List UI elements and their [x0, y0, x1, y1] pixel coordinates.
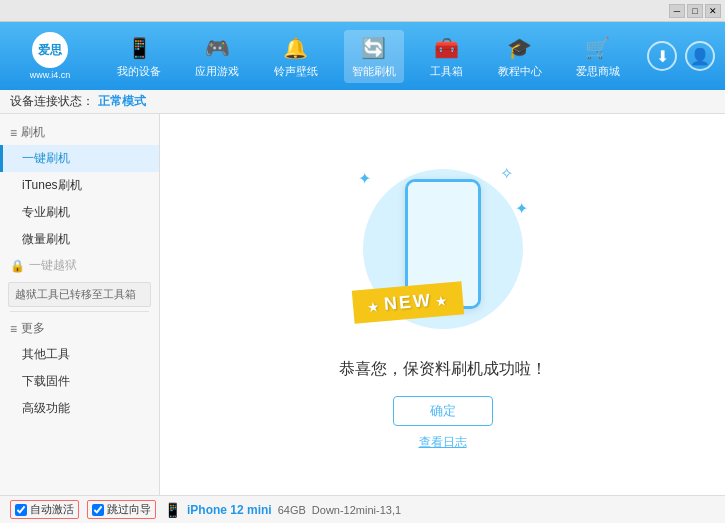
auto-start-label: 自动激活 — [30, 502, 74, 517]
flash-section-label: 刷机 — [21, 124, 45, 141]
main-area: ≡ 刷机 一键刷机 iTunes刷机 专业刷机 微量刷机 🔒 一键越狱 越狱工具… — [0, 114, 725, 495]
status-label: 设备连接状态： — [10, 93, 94, 110]
sidebar-divider — [10, 311, 149, 312]
nav-store-label: 爱思商城 — [576, 64, 620, 79]
more-section-label: 更多 — [21, 320, 45, 337]
toolbox-icon: 🧰 — [433, 34, 461, 62]
device-icon: 📱 — [164, 502, 181, 518]
logo-icon: 爱思 — [32, 32, 68, 68]
sidebar-section-jailbreak: 🔒 一键越狱 — [0, 253, 159, 278]
sidebar-item-pro-flash[interactable]: 专业刷机 — [0, 199, 159, 226]
nav-right: ⬇ 👤 — [647, 41, 715, 71]
nav-items: 📱 我的设备 🎮 应用游戏 🔔 铃声壁纸 🔄 智能刷机 🧰 工具箱 🎓 教程中心… — [100, 30, 637, 83]
header: 爱思 www.i4.cn 📱 我的设备 🎮 应用游戏 🔔 铃声壁纸 🔄 智能刷机… — [0, 22, 725, 90]
sidebar: ≡ 刷机 一键刷机 iTunes刷机 专业刷机 微量刷机 🔒 一键越狱 越狱工具… — [0, 114, 160, 495]
apps-games-icon: 🎮 — [203, 34, 231, 62]
nav-tutorials[interactable]: 🎓 教程中心 — [490, 30, 550, 83]
nav-smart-flash[interactable]: 🔄 智能刷机 — [344, 30, 404, 83]
nav-ringtones[interactable]: 🔔 铃声壁纸 — [266, 30, 326, 83]
sidebar-item-one-click-flash[interactable]: 一键刷机 — [0, 145, 159, 172]
sidebar-section-more: ≡ 更多 — [0, 316, 159, 341]
close-button[interactable]: ✕ — [705, 4, 721, 18]
bottom-bar: 自动激活 跳过向导 📱 iPhone 12 mini 64GB Down-12m… — [0, 495, 725, 523]
sidebar-item-itunes-flash[interactable]: iTunes刷机 — [0, 172, 159, 199]
goto-log-link[interactable]: 查看日志 — [419, 434, 467, 451]
store-icon: 🛒 — [584, 34, 612, 62]
sidebar-item-download-firmware[interactable]: 下载固件 — [0, 368, 159, 395]
phone-illustration: ✦ ✧ ✦ NEW — [343, 159, 543, 339]
sidebar-section-flash: ≡ 刷机 — [0, 120, 159, 145]
ringtones-icon: 🔔 — [282, 34, 310, 62]
more-section-icon: ≡ — [10, 322, 17, 336]
nav-my-device-label: 我的设备 — [117, 64, 161, 79]
nav-tutorials-label: 教程中心 — [498, 64, 542, 79]
jailbreak-lock-icon: 🔒 — [10, 259, 25, 273]
my-device-icon: 📱 — [125, 34, 153, 62]
success-message: 恭喜您，保资料刷机成功啦！ — [339, 359, 547, 380]
skip-guide-input[interactable] — [92, 504, 104, 516]
status-value: 正常模式 — [98, 93, 146, 110]
user-button[interactable]: 👤 — [685, 41, 715, 71]
nav-apps-games-label: 应用游戏 — [195, 64, 239, 79]
confirm-button[interactable]: 确定 — [393, 396, 493, 426]
skip-guide-label: 跳过向导 — [107, 502, 151, 517]
title-bar: ─ □ ✕ — [0, 0, 725, 22]
smart-flash-icon: 🔄 — [360, 34, 388, 62]
sidebar-item-advanced[interactable]: 高级功能 — [0, 395, 159, 422]
nav-ringtones-label: 铃声壁纸 — [274, 64, 318, 79]
sidebar-item-save-flash[interactable]: 微量刷机 — [0, 226, 159, 253]
device-name: iPhone 12 mini — [187, 503, 272, 517]
auto-start-checkbox[interactable]: 自动激活 — [10, 500, 79, 519]
auto-start-input[interactable] — [15, 504, 27, 516]
maximize-button[interactable]: □ — [687, 4, 703, 18]
sparkle-3: ✦ — [515, 199, 528, 218]
status-bar: 设备连接状态： 正常模式 — [0, 90, 725, 114]
minimize-button[interactable]: ─ — [669, 4, 685, 18]
flash-section-icon: ≡ — [10, 126, 17, 140]
logo-url: www.i4.cn — [30, 70, 71, 80]
sparkle-1: ✦ — [358, 169, 371, 188]
nav-store[interactable]: 🛒 爱思商城 — [568, 30, 628, 83]
skip-guide-checkbox[interactable]: 跳过向导 — [87, 500, 156, 519]
nav-apps-games[interactable]: 🎮 应用游戏 — [187, 30, 247, 83]
tutorials-icon: 🎓 — [506, 34, 534, 62]
device-info: 📱 iPhone 12 mini 64GB Down-12mini-13,1 — [164, 502, 715, 518]
download-button[interactable]: ⬇ — [647, 41, 677, 71]
nav-toolbox[interactable]: 🧰 工具箱 — [422, 30, 471, 83]
jailbreak-info: 越狱工具已转移至工具箱 — [8, 282, 151, 307]
jailbreak-section-label: 一键越狱 — [29, 257, 77, 274]
nav-my-device[interactable]: 📱 我的设备 — [109, 30, 169, 83]
sparkle-2: ✧ — [500, 164, 513, 183]
sidebar-item-other-tools[interactable]: 其他工具 — [0, 341, 159, 368]
nav-toolbox-label: 工具箱 — [430, 64, 463, 79]
device-capacity: 64GB — [278, 504, 306, 516]
content-area: ✦ ✧ ✦ NEW 恭喜您，保资料刷机成功啦！ 确定 查看日志 — [160, 114, 725, 495]
nav-smart-flash-label: 智能刷机 — [352, 64, 396, 79]
logo: 爱思 www.i4.cn — [10, 32, 90, 80]
device-model: Down-12mini-13,1 — [312, 504, 401, 516]
window-controls: ─ □ ✕ — [669, 4, 721, 18]
